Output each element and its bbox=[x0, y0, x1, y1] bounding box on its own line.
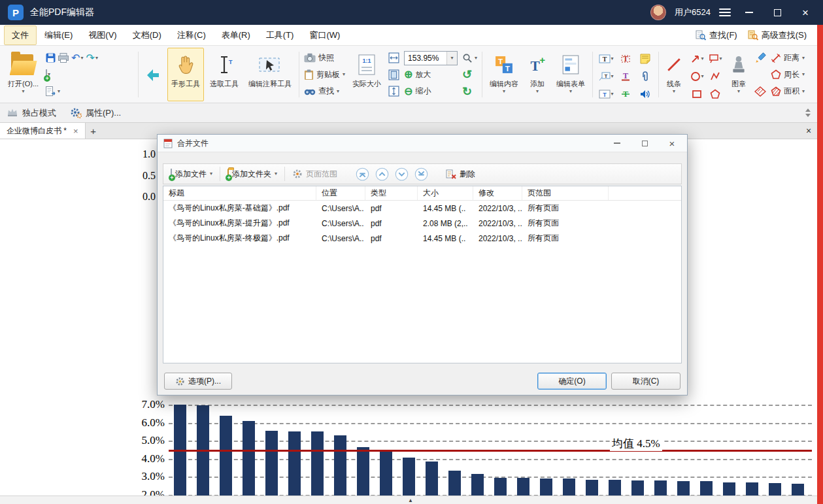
zoom-in-button[interactable]: ⊕ 放大 bbox=[404, 67, 458, 83]
sticky-note-button[interactable] bbox=[640, 54, 650, 64]
polyline-tool-button[interactable] bbox=[710, 71, 720, 82]
line-tool-button[interactable]: 线条 ▾ bbox=[662, 48, 686, 101]
pencil-tool-button[interactable] bbox=[754, 50, 766, 66]
options-button[interactable]: 选项(P)... bbox=[164, 373, 232, 390]
new-tab-button[interactable]: + bbox=[86, 123, 101, 139]
move-top-button[interactable] bbox=[355, 167, 369, 181]
column-header[interactable]: 修改 bbox=[473, 186, 522, 200]
new-page-button[interactable]: +▾ bbox=[46, 70, 50, 79]
perimeter-tool-button[interactable]: 周长▾ bbox=[771, 67, 805, 83]
ok-button[interactable]: 确定(O) bbox=[537, 373, 607, 390]
underline-text-button[interactable]: T bbox=[620, 72, 631, 81]
fit-visible-button[interactable] bbox=[388, 83, 399, 99]
highlighter-tool-button[interactable] bbox=[754, 83, 766, 99]
add-folder-button[interactable]: + 添加文件夹▾ bbox=[224, 166, 281, 182]
text-box-tool-button[interactable]: T▾ bbox=[599, 54, 614, 63]
edit-form-dropdown-icon[interactable]: ▾ bbox=[569, 89, 572, 94]
callout-shape-button[interactable]: ▾ bbox=[709, 54, 722, 64]
add-dropdown-icon[interactable]: ▾ bbox=[536, 89, 539, 94]
close-document-button[interactable]: × bbox=[800, 123, 817, 139]
file-row[interactable]: 《鸟哥的Linux私房菜-提升篇》.pdfC:\Users\A..pdf2.08… bbox=[163, 216, 681, 231]
advanced-find-menu[interactable]: 高级查找(S) bbox=[748, 29, 807, 41]
polygon-tool-button[interactable] bbox=[710, 89, 720, 99]
menu-item[interactable]: 编辑(E) bbox=[37, 25, 80, 45]
add-file-button[interactable]: + 添加文件▾ bbox=[167, 166, 216, 182]
menu-item[interactable]: 表单(R) bbox=[214, 25, 258, 45]
column-header[interactable]: 类型 bbox=[365, 186, 418, 200]
dialog-maximize-button[interactable] bbox=[638, 137, 651, 150]
column-header[interactable]: 大小 bbox=[418, 186, 473, 200]
column-header[interactable]: 标题 bbox=[163, 186, 316, 200]
rotate-left-button[interactable]: ↺ bbox=[462, 67, 477, 83]
edit-content-dropdown-icon[interactable]: ▾ bbox=[503, 89, 505, 94]
area-tool-button[interactable]: 面积▾ bbox=[771, 83, 805, 99]
stamp-dropdown-icon[interactable]: ▾ bbox=[737, 89, 740, 94]
highlight-text-button[interactable]: T bbox=[620, 54, 631, 63]
arrow-tool-button[interactable]: ▾ bbox=[690, 54, 704, 64]
typewriter-button[interactable]: T▾ bbox=[599, 90, 614, 99]
undo-button[interactable]: ↶▾ bbox=[71, 53, 83, 63]
menu-item[interactable]: 注释(C) bbox=[169, 25, 214, 45]
find-button[interactable]: 查找▾ bbox=[304, 83, 345, 99]
distance-tool-button[interactable]: 距离▾ bbox=[771, 50, 805, 66]
open-button[interactable]: 打开(O)... ▾ bbox=[4, 48, 42, 101]
file-row[interactable]: 《鸟哥的Linux私房菜-基础篇》.pdfC:\Users\A..pdf14.4… bbox=[163, 201, 681, 216]
scroll-down-icon[interactable] bbox=[805, 114, 811, 117]
snapshot-button[interactable]: 快照 bbox=[304, 50, 345, 66]
previous-view-button[interactable] bbox=[142, 48, 165, 101]
document-tab[interactable]: 企业微博白皮书 * × bbox=[0, 123, 86, 139]
properties-button[interactable]: 属性(P)... bbox=[71, 107, 121, 119]
vertical-scrollbar-accent[interactable] bbox=[817, 25, 823, 504]
menu-item[interactable]: 工具(T) bbox=[258, 25, 302, 45]
menu-item[interactable]: 窗口(W) bbox=[301, 25, 348, 45]
cancel-button[interactable]: 取消(C) bbox=[611, 373, 680, 390]
stamp-tool-button[interactable]: 图章 ▾ bbox=[726, 48, 751, 101]
zoom-dropdown-icon[interactable]: ▾ bbox=[451, 56, 454, 61]
redo-button[interactable]: ↷▾ bbox=[86, 53, 97, 63]
open-dropdown-icon[interactable]: ▾ bbox=[22, 89, 25, 94]
column-header[interactable]: 位置 bbox=[316, 186, 365, 200]
print-button[interactable] bbox=[58, 53, 69, 63]
line-dropdown-icon[interactable]: ▾ bbox=[673, 89, 675, 94]
zoom-combobox[interactable]: 153.95% ▾ bbox=[404, 51, 458, 65]
close-button[interactable]: × bbox=[796, 4, 815, 21]
column-header[interactable]: 页范围 bbox=[522, 186, 609, 200]
edit-form-button[interactable]: 编辑表单 ▾ bbox=[552, 48, 589, 101]
menu-item[interactable]: 视图(V) bbox=[80, 25, 124, 45]
fit-width-button[interactable] bbox=[388, 50, 399, 66]
maximize-button[interactable] bbox=[767, 4, 787, 21]
toolbar-scroll-arrows[interactable] bbox=[805, 109, 811, 117]
scroll-up-icon[interactable] bbox=[805, 109, 811, 112]
delete-button[interactable]: 删除 bbox=[442, 166, 479, 182]
rotate-right-button[interactable]: ↻ bbox=[462, 83, 477, 99]
rectangle-tool-button[interactable] bbox=[692, 89, 702, 99]
zoom-out-button[interactable]: ⊖ 缩小 bbox=[404, 83, 458, 99]
user-avatar[interactable] bbox=[650, 5, 666, 20]
clipboard-button[interactable]: 剪贴板▾ bbox=[304, 67, 345, 83]
fit-page-button[interactable] bbox=[388, 67, 399, 83]
strikeout-text-button[interactable]: T bbox=[620, 90, 631, 99]
page-range-button[interactable]: 页面范围 bbox=[288, 166, 341, 182]
text-callout-button[interactable]: T▾ bbox=[599, 72, 614, 81]
sound-annotation-button[interactable] bbox=[640, 89, 650, 99]
move-up-button[interactable] bbox=[375, 167, 389, 181]
exclusive-mode-button[interactable]: 独占模式 bbox=[7, 107, 56, 119]
zoom-tools-button[interactable]: ▾ bbox=[462, 50, 477, 66]
move-bottom-button[interactable] bbox=[414, 167, 428, 181]
actual-size-button[interactable]: 1:1 实际大小 bbox=[348, 48, 385, 101]
edit-content-button[interactable]: TT 编辑内容 ▾ bbox=[486, 48, 522, 101]
export-button[interactable]: ▾ bbox=[46, 86, 60, 97]
hand-tool-button[interactable]: 手形工具 bbox=[167, 48, 204, 101]
dialog-titlebar[interactable]: 合并文件 × bbox=[158, 135, 687, 152]
circle-tool-button[interactable]: ▾ bbox=[690, 71, 704, 82]
file-row[interactable]: 《鸟哥的Linux私房菜-终极篇》.pdfC:\Users\A..pdf14.4… bbox=[163, 231, 681, 246]
minimize-button[interactable] bbox=[739, 4, 759, 21]
menu-item[interactable]: 文档(D) bbox=[125, 25, 169, 45]
add-button[interactable]: T+ 添加 ▾ bbox=[524, 48, 550, 101]
select-tool-button[interactable]: T 选取工具 bbox=[206, 48, 243, 101]
menu-item[interactable]: 文件 bbox=[4, 25, 37, 45]
dialog-minimize-button[interactable] bbox=[611, 137, 624, 150]
edit-annotation-tool-button[interactable]: 编辑注释工具 bbox=[244, 48, 295, 101]
find-menu[interactable]: 查找(F) bbox=[696, 29, 737, 41]
hamburger-menu-icon[interactable] bbox=[719, 6, 731, 19]
